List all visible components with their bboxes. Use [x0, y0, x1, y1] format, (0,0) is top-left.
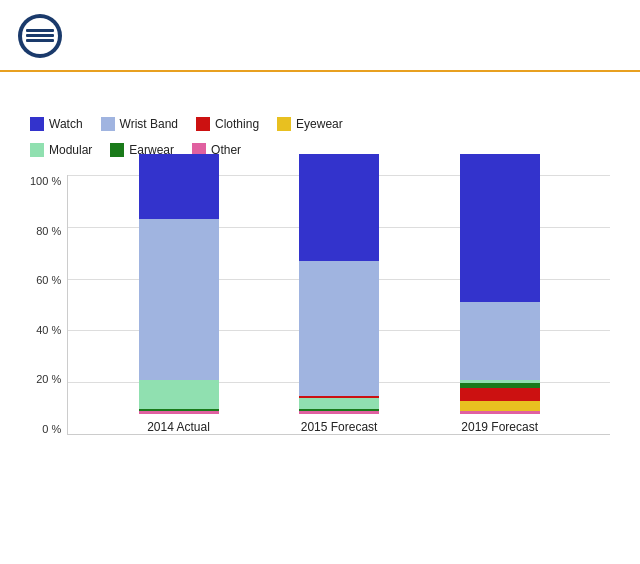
- y-label: 0 %: [42, 423, 61, 435]
- header: [0, 0, 640, 72]
- bar-segment-clothing: [460, 388, 540, 401]
- svg-rect-2: [26, 29, 54, 32]
- legend-item-wristband: Wrist Band: [101, 117, 178, 131]
- legend-color-earwear: [110, 143, 124, 157]
- bar-x-label: 2014 Actual: [147, 420, 210, 434]
- bar-col-2014-actual: 2014 Actual: [139, 154, 219, 434]
- bar-segment-wristband: [460, 302, 540, 380]
- bar-segment-other: [139, 411, 219, 414]
- legend-color-watch: [30, 117, 44, 131]
- bar-2019-forecast: [460, 154, 540, 414]
- y-label: 80 %: [36, 225, 61, 237]
- legend-label-clothing: Clothing: [215, 117, 259, 131]
- legend-label-watch: Watch: [49, 117, 83, 131]
- bar-segment-watch: [299, 154, 379, 261]
- y-label: 40 %: [36, 324, 61, 336]
- legend-item-clothing: Clothing: [196, 117, 259, 131]
- bar-x-label: 2015 Forecast: [301, 420, 378, 434]
- idc-logo-icon: [16, 12, 64, 60]
- svg-rect-3: [26, 34, 54, 37]
- svg-rect-4: [26, 39, 54, 42]
- bar-x-label: 2019 Forecast: [461, 420, 538, 434]
- bar-segment-other: [299, 411, 379, 414]
- bar-segment-modular: [139, 380, 219, 409]
- bar-segment-wristband: [139, 219, 219, 380]
- y-axis: 100 %80 %60 %40 %20 %0 %: [30, 175, 67, 435]
- bar-segment-watch: [460, 154, 540, 302]
- legend-color-clothing: [196, 117, 210, 131]
- chart-area: Watch Wrist Band Clothing Eyewear Modula…: [0, 72, 640, 451]
- legend-label-wristband: Wrist Band: [120, 117, 178, 131]
- legend-label-eyewear: Eyewear: [296, 117, 343, 131]
- bar-segment-other: [460, 411, 540, 414]
- legend-color-modular: [30, 143, 44, 157]
- legend-item-watch: Watch: [30, 117, 83, 131]
- legend-label-modular: Modular: [49, 143, 92, 157]
- bars-group: 2014 Actual2015 Forecast2019 Forecast: [68, 175, 610, 434]
- bar-2015-forecast: [299, 154, 379, 414]
- chart-body: 100 %80 %60 %40 %20 %0 % 2014 Actual2015…: [20, 175, 620, 435]
- bar-segment-watch: [139, 154, 219, 219]
- chart-title: [20, 84, 620, 105]
- bar-segment-eyewear: [460, 401, 540, 411]
- y-label: 100 %: [30, 175, 61, 187]
- legend-item-eyewear: Eyewear: [277, 117, 343, 131]
- bar-2014-actual: [139, 154, 219, 414]
- y-label: 20 %: [36, 373, 61, 385]
- legend-color-wristband: [101, 117, 115, 131]
- legend-color-eyewear: [277, 117, 291, 131]
- legend-item-modular: Modular: [30, 143, 92, 157]
- y-label: 60 %: [36, 274, 61, 286]
- bar-col-2019-forecast: 2019 Forecast: [460, 154, 540, 434]
- bars-area: 2014 Actual2015 Forecast2019 Forecast: [67, 175, 610, 435]
- bar-col-2015-forecast: 2015 Forecast: [299, 154, 379, 434]
- bar-segment-modular: [299, 398, 379, 408]
- bar-segment-wristband: [299, 261, 379, 396]
